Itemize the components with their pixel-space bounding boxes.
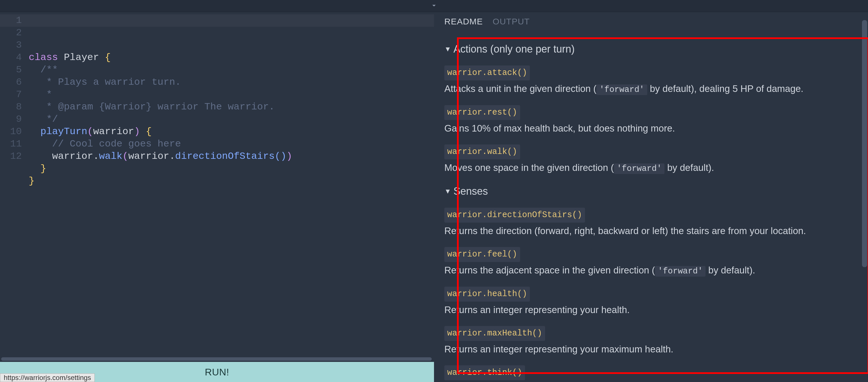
api-method-code: warrior.feel() — [444, 247, 520, 262]
line-number: 7 — [0, 88, 22, 101]
vertical-scrollbar[interactable] — [861, 12, 868, 382]
api-item: warrior.think() — [444, 365, 854, 380]
line-gutter: 123456789101112 — [0, 12, 29, 356]
line-number: 12 — [0, 150, 22, 163]
code-line[interactable]: } — [29, 175, 434, 187]
scrollbar-thumb[interactable] — [862, 20, 867, 267]
tab-output[interactable]: OUTPUT — [493, 17, 530, 26]
docs-panel: README OUTPUT ▼Actions (only one per tur… — [434, 0, 868, 382]
code-line[interactable]: } — [29, 163, 434, 175]
api-item: warrior.health()Returns an integer repre… — [444, 286, 854, 317]
line-number: 9 — [0, 113, 22, 125]
api-description: Gains 10% of max health back, but does n… — [444, 121, 854, 136]
readme-content[interactable]: ▼Actions (only one per turn)warrior.atta… — [434, 30, 868, 382]
api-method-code: warrior.health() — [444, 287, 530, 301]
api-method-code: warrior.directionOfStairs() — [444, 208, 585, 223]
triangle-down-icon: ▼ — [444, 44, 451, 54]
code-line[interactable]: /** — [29, 64, 434, 76]
code-line[interactable]: warrior.walk(warrior.directionOfStairs()… — [29, 150, 434, 163]
horizontal-scrollbar[interactable] — [0, 356, 434, 362]
inline-code: 'forward' — [614, 164, 665, 174]
api-item: warrior.attack()Attacks a unit in the gi… — [444, 65, 854, 96]
api-method-code: warrior.maxHealth() — [444, 326, 545, 341]
api-description: Moves one space in the given direction (… — [444, 160, 854, 175]
api-description: Returns an integer representing your max… — [444, 342, 854, 356]
line-number: 6 — [0, 76, 22, 88]
api-method-code: warrior.rest() — [444, 105, 520, 120]
code-line[interactable] — [29, 187, 434, 200]
section-title: Actions (only one per turn) — [454, 41, 575, 57]
scrollbar-thumb[interactable] — [1, 357, 432, 361]
code-content[interactable]: class Player { /** * Plays a warrior tur… — [29, 12, 434, 356]
api-item: warrior.directionOfStairs()Returns the d… — [444, 207, 854, 238]
chevron-down-icon — [430, 1, 438, 11]
code-line[interactable]: * Plays a warrior turn. — [29, 76, 434, 88]
code-editor[interactable]: 123456789101112 class Player { /** * Pla… — [0, 12, 434, 356]
api-item: warrior.rest()Gains 10% of max health ba… — [444, 105, 854, 135]
line-number: 4 — [0, 51, 22, 64]
line-number: 3 — [0, 39, 22, 51]
api-method-code: warrior.think() — [444, 365, 525, 380]
line-number: 11 — [0, 138, 22, 150]
editor-panel: 123456789101112 class Player { /** * Pla… — [0, 0, 434, 382]
section-title: Senses — [454, 183, 488, 199]
inline-code: 'forward' — [655, 266, 706, 276]
api-item: warrior.walk()Moves one space in the giv… — [444, 144, 854, 175]
code-line[interactable]: */ — [29, 113, 434, 125]
line-number: 2 — [0, 27, 22, 39]
api-item: warrior.maxHealth()Returns an integer re… — [444, 325, 854, 356]
api-description: Returns the adjacent space in the given … — [444, 263, 854, 278]
api-description: Returns the direction (forward, right, b… — [444, 224, 854, 238]
line-number: 8 — [0, 101, 22, 113]
collapse-toggle[interactable] — [0, 0, 868, 12]
code-line[interactable]: * — [29, 88, 434, 101]
code-line[interactable]: playTurn(warrior) { — [29, 125, 434, 138]
tab-readme[interactable]: README — [444, 17, 483, 26]
active-line-highlight — [0, 14, 434, 27]
api-method-code: warrior.walk() — [444, 144, 520, 159]
code-line[interactable]: // Cool code goes here — [29, 138, 434, 150]
code-line[interactable]: * @param {Warrior} warrior The warrior. — [29, 101, 434, 113]
code-line[interactable]: class Player { — [29, 51, 434, 64]
line-number: 5 — [0, 64, 22, 76]
line-number: 1 — [0, 14, 22, 27]
api-description: Returns an integer representing your hea… — [444, 303, 854, 317]
api-description: Attacks a unit in the given direction ('… — [444, 82, 854, 96]
section-toggle[interactable]: ▼Senses — [444, 183, 854, 199]
section-toggle[interactable]: ▼Actions (only one per turn) — [444, 41, 854, 57]
api-item: warrior.feel()Returns the adjacent space… — [444, 246, 854, 277]
line-number: 10 — [0, 125, 22, 138]
status-bar-url: https://warriorjs.com/settings — [0, 373, 95, 382]
triangle-down-icon: ▼ — [444, 186, 451, 197]
api-method-code: warrior.attack() — [444, 65, 530, 81]
inline-code: 'forward' — [596, 84, 647, 95]
tabs: README OUTPUT — [434, 12, 868, 30]
